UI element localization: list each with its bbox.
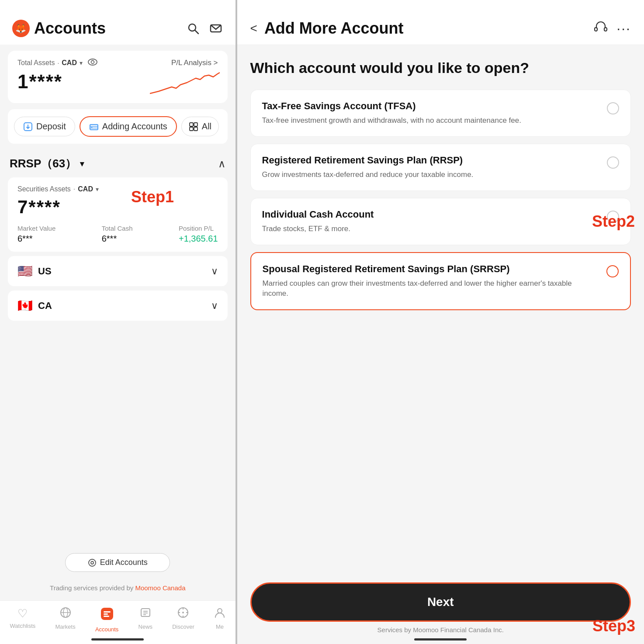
all-button[interactable]: All bbox=[181, 117, 219, 136]
right-question: Which account would you like to open? bbox=[250, 58, 631, 77]
left-panel: 🦊 Accounts Total Assets · CAD bbox=[0, 0, 235, 644]
srrsp-text: Spousal Registered Retirement Savings Pl… bbox=[263, 263, 599, 299]
svg-point-16 bbox=[91, 561, 93, 564]
svg-rect-23 bbox=[104, 616, 109, 617]
us-label: US bbox=[38, 266, 52, 277]
search-icon[interactable] bbox=[186, 21, 201, 36]
edit-accounts-button[interactable]: Edit Accounts bbox=[65, 553, 170, 572]
nav-watchlists[interactable]: ♡ Watchlists bbox=[10, 607, 36, 629]
step3-annotation: Step3 bbox=[592, 617, 635, 635]
moomoo-canada-link[interactable]: Moomoo Canada bbox=[135, 584, 185, 592]
bottom-nav: ♡ Watchlists Markets bbox=[0, 600, 235, 644]
eye-icon[interactable] bbox=[88, 59, 97, 67]
adding-accounts-button[interactable]: Adding Accounts bbox=[80, 116, 177, 137]
svg-point-15 bbox=[89, 559, 96, 566]
svg-rect-14 bbox=[194, 127, 197, 131]
ca-flag-icon: 🇨🇦 bbox=[17, 298, 33, 313]
market-value-val: 6*** bbox=[17, 234, 55, 244]
us-region-row[interactable]: 🇺🇸 US ∨ bbox=[8, 256, 228, 286]
individual-cash-option[interactable]: Individual Cash Account Trade stocks, ET… bbox=[250, 198, 631, 245]
deposit-label: Deposit bbox=[36, 121, 66, 132]
svg-text:🦊: 🦊 bbox=[15, 23, 26, 34]
securities-value: 7**** bbox=[17, 197, 218, 218]
deposit-button[interactable]: Deposit bbox=[14, 117, 75, 136]
accounts-nav-label: Accounts bbox=[95, 626, 118, 633]
rrsp-header: RRSP（63） ▾ ∧ bbox=[0, 150, 235, 177]
nav-discover[interactable]: Discover bbox=[172, 607, 194, 630]
svg-rect-13 bbox=[190, 127, 193, 131]
headset-icon[interactable] bbox=[594, 20, 608, 37]
tfsa-option[interactable]: Tax-Free Savings Account (TFSA) Tax-free… bbox=[250, 90, 631, 137]
individual-cash-desc: Trade stocks, ETF & more. bbox=[262, 224, 600, 234]
securities-currency-arrow: ▾ bbox=[96, 186, 99, 193]
svg-point-29 bbox=[182, 612, 184, 613]
rrsp-collapse-icon[interactable]: ∧ bbox=[218, 158, 226, 170]
total-assets-label: Total Assets bbox=[17, 59, 55, 67]
rrsp-option-title: Registered Retirement Savings Plan (RRSP… bbox=[262, 155, 600, 166]
markets-label: Markets bbox=[55, 623, 75, 630]
right-content: Which account would you like to open? Ta… bbox=[237, 45, 644, 575]
logo-icon: 🦊 bbox=[12, 20, 30, 37]
nav-me[interactable]: Me bbox=[214, 607, 225, 630]
svg-rect-22 bbox=[104, 613, 108, 615]
dropdown-arrow-icon[interactable]: ▾ bbox=[80, 59, 83, 66]
svg-rect-11 bbox=[190, 123, 193, 126]
srrsp-desc: Married couples can grow their investmen… bbox=[263, 278, 599, 299]
nav-accounts[interactable]: Accounts bbox=[95, 607, 118, 633]
svg-point-10 bbox=[91, 127, 92, 128]
position-pl-val: +1,365.61 bbox=[179, 234, 218, 244]
more-icon[interactable]: ··· bbox=[616, 21, 631, 37]
trading-text: Trading services provided by Moomoo Cana… bbox=[0, 584, 235, 592]
adding-accounts-label: Adding Accounts bbox=[102, 121, 167, 132]
discover-label: Discover bbox=[172, 623, 194, 630]
right-header-title: Add More Account bbox=[264, 19, 404, 38]
svg-line-3 bbox=[195, 30, 198, 34]
left-header-title-group: 🦊 Accounts bbox=[12, 19, 106, 38]
rrsp-title[interactable]: RRSP（63） ▾ bbox=[10, 156, 84, 171]
us-region-left: 🇺🇸 US bbox=[17, 264, 52, 278]
mail-icon[interactable] bbox=[208, 21, 223, 36]
home-indicator-left bbox=[91, 638, 144, 641]
edit-accounts-label: Edit Accounts bbox=[100, 558, 148, 567]
srrsp-option[interactable]: Spousal Registered Retirement Savings Pl… bbox=[250, 252, 631, 311]
securities-currency: CAD bbox=[78, 185, 93, 193]
rrsp-option-desc: Grow investments tax-deferred and reduce… bbox=[262, 170, 600, 180]
tfsa-desc: Tax-free investment growth and withdrawa… bbox=[262, 115, 600, 126]
svg-point-34 bbox=[218, 609, 222, 613]
right-panel: < Add More Account ··· Which account wou… bbox=[237, 0, 644, 644]
ca-region-row[interactable]: 🇨🇦 CA ∨ bbox=[8, 291, 228, 321]
tfsa-title: Tax-Free Savings Account (TFSA) bbox=[262, 100, 600, 112]
assets-currency: CAD bbox=[62, 59, 77, 67]
ca-expand-icon: ∨ bbox=[211, 300, 218, 312]
next-button[interactable]: Next bbox=[250, 582, 631, 622]
all-label: All bbox=[202, 121, 211, 132]
nav-news[interactable]: News bbox=[138, 607, 153, 630]
currency-arrow: · bbox=[57, 59, 59, 66]
svg-rect-21 bbox=[104, 611, 111, 613]
srrsp-radio[interactable] bbox=[606, 265, 619, 277]
left-header-icons bbox=[186, 21, 223, 36]
total-cash-label: Total Cash bbox=[102, 225, 133, 232]
rrsp-option[interactable]: Registered Retirement Savings Plan (RRSP… bbox=[250, 144, 631, 191]
us-expand-icon: ∨ bbox=[211, 266, 218, 277]
services-text: Services by Moomoo Financial Canada Inc. bbox=[250, 622, 631, 635]
me-label: Me bbox=[216, 623, 224, 630]
discover-icon bbox=[177, 607, 189, 621]
securities-assets-label: Securities Assets bbox=[17, 185, 71, 193]
svg-rect-12 bbox=[194, 123, 197, 126]
svg-point-5 bbox=[88, 59, 97, 65]
back-button[interactable]: < bbox=[250, 21, 257, 35]
rrsp-card: Securities Assets · CAD ▾ 7**** Market V… bbox=[8, 177, 228, 252]
markets-icon bbox=[60, 607, 71, 621]
market-value: Market Value 6*** bbox=[17, 225, 55, 244]
me-icon bbox=[214, 607, 225, 621]
home-indicator-right bbox=[414, 638, 467, 641]
us-flag-icon: 🇺🇸 bbox=[17, 264, 33, 278]
tfsa-radio[interactable] bbox=[607, 102, 619, 114]
pl-analysis-link[interactable]: P/L Analysis > bbox=[171, 59, 218, 67]
action-buttons: Deposit Adding Accounts All bbox=[8, 109, 228, 144]
rrsp-radio[interactable] bbox=[607, 156, 619, 169]
svg-rect-24 bbox=[141, 609, 150, 616]
total-cash: Total Cash 6*** bbox=[102, 225, 133, 244]
nav-markets[interactable]: Markets bbox=[55, 607, 75, 630]
